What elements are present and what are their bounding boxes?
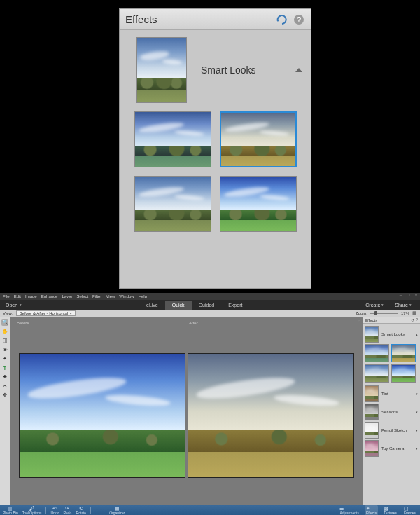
menu-select[interactable]: Select <box>76 294 88 298</box>
effects-panel-header: Effects ? <box>120 9 311 30</box>
eye-tool-icon[interactable]: 👁 <box>1 346 8 353</box>
menu-image[interactable]: Image <box>25 294 37 298</box>
rp-thumb-4[interactable] <box>391 364 416 383</box>
mode-tabs: eLive Quick Guided Expert <box>27 301 361 310</box>
rp-category-smart-looks[interactable]: Smart Looks ▴ <box>365 326 418 343</box>
chevron-up-icon: ▴ <box>416 332 418 336</box>
effect-thumb-4[interactable] <box>220 176 297 232</box>
before-image <box>19 353 186 478</box>
menu-help[interactable]: Help <box>139 294 147 298</box>
rp-thumb-2[interactable] <box>391 344 416 362</box>
svg-text:?: ? <box>297 15 302 24</box>
rp-category-pencil-sketch[interactable]: Pencil Sketch ▾ <box>365 422 418 439</box>
move-tool-icon[interactable]: ✥ <box>1 392 8 399</box>
reset-icon[interactable]: ↺ <box>411 317 414 322</box>
rp-category-seasons[interactable]: Seasons ▾ <box>365 404 418 420</box>
sb-photo-bin[interactable]: ▥Photo Bin <box>3 506 18 515</box>
sb-tab-textures[interactable]: ▩Textures <box>382 505 398 516</box>
options-bar: View: Before & After - Horizontal▾ Zoom:… <box>0 310 420 317</box>
hand-tool-icon[interactable]: ✋ <box>1 328 8 335</box>
menubar: File Edit Image Enhance Layer Select Fil… <box>0 293 420 300</box>
tabbar: Open▾ eLive Quick Guided Expert Create▾ … <box>0 300 420 310</box>
menu-edit[interactable]: Edit <box>14 294 21 298</box>
grid-icon[interactable]: ▦ <box>412 310 417 316</box>
rp-thumb-1[interactable] <box>365 344 389 362</box>
create-button[interactable]: Create▾ <box>361 301 388 309</box>
sb-undo[interactable]: ↶Undo <box>50 506 59 515</box>
sb-tab-frames[interactable]: ▢Frames <box>402 505 417 516</box>
effect-thumb-3[interactable] <box>134 176 211 232</box>
rp-category-tint[interactable]: Tint ▾ <box>365 385 418 402</box>
chevron-down-icon: ▾ <box>416 410 418 414</box>
menu-enhance[interactable]: Enhance <box>41 294 58 298</box>
zoom-tool-icon[interactable]: 🔍 <box>1 319 8 326</box>
view-label: View: <box>3 311 13 315</box>
open-button[interactable]: Open▾ <box>0 303 27 308</box>
menu-layer[interactable]: Layer <box>62 294 72 298</box>
category-label: Smart Looks <box>201 64 281 76</box>
mode-tab-elive[interactable]: eLive <box>139 301 165 310</box>
sb-tab-effects[interactable]: ✴Effects <box>365 505 378 516</box>
canvas-area: × Before After <box>10 317 363 505</box>
window-controls: – □ × <box>398 293 419 298</box>
effects-panel-title: Effects <box>125 13 276 25</box>
sb-tool-options[interactable]: 🖌Tool Options <box>22 506 42 515</box>
before-label: Before <box>17 321 29 325</box>
menu-filter[interactable]: Filter <box>92 294 102 298</box>
mode-tab-quick[interactable]: Quick <box>165 301 192 310</box>
effects-panel: Effects ? Smart Looks <box>119 8 312 289</box>
crop-tool-icon[interactable]: ✂ <box>1 383 8 390</box>
rp-thumb-3[interactable] <box>365 364 389 383</box>
selection-tool-icon[interactable]: ◫ <box>1 337 8 344</box>
chevron-down-icon: ▾ <box>416 392 418 396</box>
zoom-value: 17% <box>401 311 410 315</box>
photoshop-elements-window: File Edit Image Enhance Layer Select Fil… <box>0 293 420 515</box>
maximize-icon[interactable]: □ <box>406 293 411 298</box>
zoom-slider[interactable] <box>370 313 398 314</box>
document-close-icon[interactable]: × <box>358 318 360 322</box>
minimize-icon[interactable]: – <box>398 293 403 298</box>
whiten-tool-icon[interactable]: ✦ <box>1 355 8 362</box>
sb-organizer[interactable]: ▦Organizer <box>109 506 125 515</box>
help-icon[interactable]: ? <box>293 13 305 26</box>
right-effects-panel: Effects ↺ ? Smart Looks ▴ <box>363 317 420 505</box>
left-toolbar: 🔍 ✋ ◫ 👁 ✦ T ✚ ✂ ✥ <box>0 317 10 505</box>
sb-redo[interactable]: ↷Redo <box>63 506 71 515</box>
menu-view[interactable]: View <box>106 294 115 298</box>
right-panel-header: Effects ↺ ? <box>363 317 420 324</box>
text-tool-icon[interactable]: T <box>1 364 8 371</box>
help-icon[interactable]: ? <box>416 317 418 322</box>
share-button[interactable]: Share▾ <box>391 301 416 309</box>
sb-tab-adjustments[interactable]: ☰Adjustments <box>338 505 360 516</box>
close-icon[interactable]: × <box>414 293 419 298</box>
heal-tool-icon[interactable]: ✚ <box>1 373 8 380</box>
effect-thumb-2[interactable] <box>220 111 297 167</box>
zoom-label: Zoom: <box>356 311 368 315</box>
statusbar: ▥Photo Bin 🖌Tool Options ↶Undo ↷Redo ⟲Ro… <box>0 505 420 515</box>
category-thumbnail <box>136 37 187 103</box>
mode-tab-guided[interactable]: Guided <box>192 301 222 310</box>
effect-thumbnails-grid <box>120 103 311 232</box>
menu-window[interactable]: Window <box>119 294 134 298</box>
effects-category-row[interactable]: Smart Looks <box>120 30 311 103</box>
reset-icon[interactable] <box>276 13 288 26</box>
view-dropdown[interactable]: Before & After - Horizontal▾ <box>16 310 76 316</box>
after-label: After <box>189 321 198 325</box>
mode-tab-expert[interactable]: Expert <box>221 301 249 310</box>
sb-rotate[interactable]: ⟲Rotate <box>76 506 86 515</box>
effect-thumb-1[interactable] <box>134 111 211 167</box>
after-image <box>188 353 354 478</box>
rp-category-toy-camera[interactable]: Toy Camera ▾ <box>365 440 418 457</box>
menu-file[interactable]: File <box>3 294 10 298</box>
chevron-down-icon: ▾ <box>416 428 418 432</box>
chevron-down-icon: ▾ <box>416 446 418 451</box>
chevron-up-icon <box>295 68 302 72</box>
